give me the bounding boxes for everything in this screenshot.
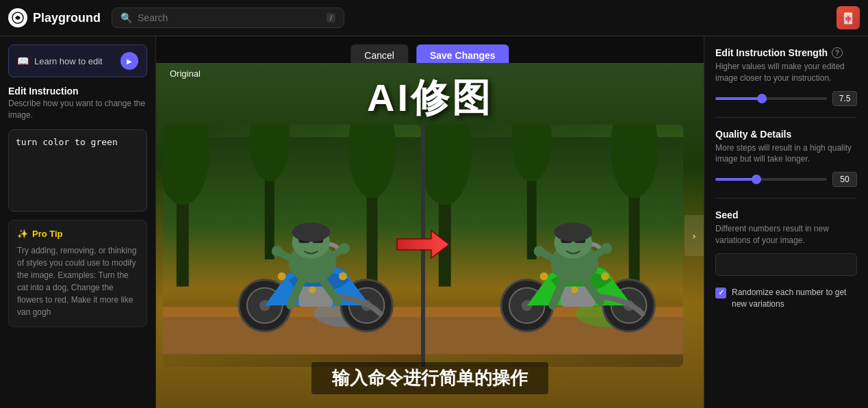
image-container: AI修图 Original bbox=[156, 63, 704, 408]
quality-slider-row: 50 bbox=[715, 172, 857, 187]
svg-point-69 bbox=[601, 272, 609, 281]
play-icon[interactable]: ▶ bbox=[120, 52, 138, 70]
next-button[interactable]: › bbox=[685, 215, 704, 256]
quality-slider-track[interactable] bbox=[715, 178, 827, 181]
chinese-title: AI修图 bbox=[367, 73, 493, 125]
strength-section: Edit Instruction Strength ? Higher value… bbox=[715, 47, 857, 106]
edit-instruction-textarea[interactable]: turn color to green bbox=[8, 129, 147, 212]
svg-point-70 bbox=[571, 287, 578, 294]
arrow-svg bbox=[396, 224, 450, 265]
strength-desc: Higher values will make your edited imag… bbox=[715, 61, 857, 84]
frog-green-bike-svg bbox=[425, 125, 683, 367]
original-label: Original bbox=[170, 68, 201, 79]
avatar[interactable]: 🀄 bbox=[837, 6, 860, 29]
frog-left-panel bbox=[163, 125, 421, 367]
header-right: 🀄 bbox=[837, 6, 860, 29]
quality-slider-value: 50 bbox=[832, 172, 857, 187]
svg-point-33 bbox=[278, 272, 286, 281]
learn-how-to-edit-button[interactable]: 📖 Learn how to edit ▶ bbox=[8, 44, 147, 77]
randomize-row: ✓ Randomize each number to get new varia… bbox=[715, 287, 857, 310]
frog-scene: AI修图 Original bbox=[156, 63, 704, 408]
logo-area[interactable]: Playground bbox=[8, 8, 101, 27]
frog-right-panel bbox=[425, 125, 683, 367]
learn-label: Learn how to edit bbox=[34, 56, 103, 66]
svg-point-66 bbox=[601, 243, 612, 254]
pro-tip-box: ✨ Pro Tip Try adding, removing, or think… bbox=[8, 220, 147, 327]
book-icon: 📖 bbox=[17, 55, 29, 66]
quality-title: Quality & Details bbox=[715, 129, 857, 140]
quality-desc: More steps will result in a high quality… bbox=[715, 142, 857, 166]
quality-section: Quality & Details More steps will result… bbox=[715, 129, 857, 188]
image-header: Original Cancel Save Changes bbox=[156, 36, 704, 63]
seed-input[interactable] bbox=[715, 253, 857, 276]
seed-section: Seed Different numbers result in new var… bbox=[715, 209, 857, 276]
frog-panels bbox=[163, 125, 683, 367]
edit-instruction-desc: Describe how you want to change the imag… bbox=[8, 98, 147, 121]
seed-title: Seed bbox=[715, 209, 857, 220]
left-sidebar: 📖 Learn how to edit ▶ Edit Instruction D… bbox=[0, 36, 156, 408]
strength-slider-thumb[interactable] bbox=[757, 94, 767, 103]
svg-point-65 bbox=[534, 246, 545, 257]
strength-slider-track[interactable] bbox=[715, 97, 827, 100]
logo-text: Playground bbox=[33, 11, 101, 25]
svg-point-68 bbox=[540, 272, 548, 281]
svg-point-30 bbox=[272, 246, 283, 257]
search-input[interactable] bbox=[138, 12, 321, 23]
pro-tip-text: Try adding, removing, or thinking of sty… bbox=[17, 244, 138, 318]
kbd-shortcut: / bbox=[327, 13, 335, 23]
logo-icon bbox=[8, 8, 27, 27]
svg-point-32 bbox=[292, 222, 331, 242]
header: Playground 🔍 / 🀄 bbox=[0, 0, 868, 36]
divider-1 bbox=[715, 117, 857, 118]
quality-slider-thumb[interactable] bbox=[752, 175, 761, 184]
quality-slider-fill bbox=[715, 178, 760, 181]
edit-instruction-title: Edit Instruction bbox=[8, 86, 147, 97]
divider-2 bbox=[715, 198, 857, 199]
strength-title: Edit Instruction Strength ? bbox=[715, 47, 857, 58]
svg-point-67 bbox=[554, 222, 593, 242]
seed-desc: Different numbers result in new variatio… bbox=[715, 223, 857, 246]
main-layout: 📖 Learn how to edit ▶ Edit Instruction D… bbox=[0, 36, 868, 408]
strength-info-icon[interactable]: ? bbox=[832, 47, 843, 58]
edit-instruction-section: Edit Instruction Describe how you want t… bbox=[8, 86, 147, 121]
star-icon: ✨ bbox=[17, 229, 28, 239]
search-bar[interactable]: 🔍 / bbox=[112, 8, 344, 28]
pro-tip-title: ✨ Pro Tip bbox=[17, 229, 138, 239]
center-panel: Original Cancel Save Changes AI修图 Origin… bbox=[156, 36, 704, 408]
svg-point-35 bbox=[309, 287, 316, 294]
strength-slider-value: 7.5 bbox=[832, 91, 857, 106]
learn-btn-label-group: 📖 Learn how to edit bbox=[17, 55, 103, 66]
frog-blue-bike-svg bbox=[163, 125, 421, 367]
svg-point-34 bbox=[339, 272, 347, 281]
strength-slider-row: 7.5 bbox=[715, 91, 857, 106]
randomize-checkbox[interactable]: ✓ bbox=[715, 288, 726, 298]
search-icon: 🔍 bbox=[120, 12, 132, 23]
right-sidebar: Edit Instruction Strength ? Higher value… bbox=[704, 36, 868, 408]
randomize-label: Randomize each number to get new variati… bbox=[732, 287, 857, 310]
svg-point-31 bbox=[339, 243, 350, 254]
strength-slider-fill bbox=[715, 97, 765, 100]
chinese-subtitle: 输入命令进行简单的操作 bbox=[311, 362, 548, 394]
